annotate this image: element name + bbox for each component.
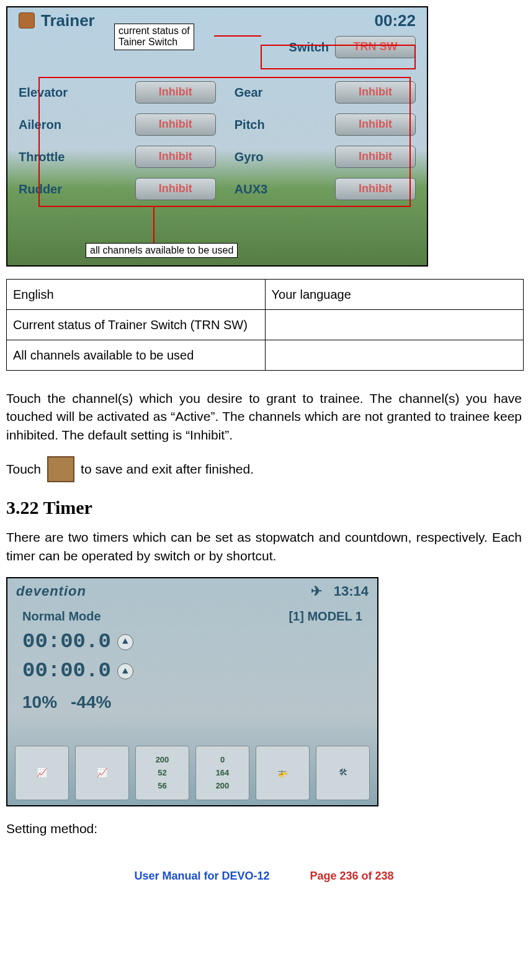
percent-2: -44%: [71, 690, 111, 714]
footer-manual-title: User Manual for DEVO-12: [134, 870, 269, 882]
table-cell: [265, 310, 524, 340]
table-head-english: English: [7, 280, 266, 310]
table-head-yourlang: Your language: [265, 280, 524, 310]
trim-val: 200: [156, 754, 169, 766]
setting-method-label: Setting method:: [6, 819, 522, 837]
table-row: Current status of Trainer Switch (TRN SW…: [7, 310, 524, 340]
paragraph-timer-desc: There are two timers which can be set as…: [6, 528, 522, 565]
mode-label: Normal Mode: [22, 607, 101, 625]
back-icon: [19, 12, 35, 29]
footer-page-number: Page 236 of 238: [310, 870, 393, 882]
table-cell: Current status of Trainer Switch (TRN SW…: [7, 310, 266, 340]
callout-switch-status: current status of Tainer Switch: [114, 24, 194, 50]
timer-value-2: 00:00.0 ▲: [7, 656, 377, 686]
quick-icon-row: 📈 📈 200 52 56 0 164 200 🚁 🛠: [15, 746, 370, 800]
trim-values-a: 200 52 56: [135, 746, 189, 800]
exit-icon: [47, 456, 74, 482]
trim-val: 0: [220, 754, 225, 766]
graph-icon: 📈: [75, 746, 129, 800]
timer-clock: 13:14: [334, 583, 369, 599]
percent-row: 10% -44%: [7, 686, 377, 718]
trim-val: 164: [216, 767, 230, 779]
translation-table: English Your language Current status of …: [6, 279, 524, 371]
annotation-box-channels: [38, 77, 411, 207]
annotation-box-switch: [261, 45, 416, 69]
brand-logo: devention: [16, 582, 86, 601]
timer-screenshot: devention ✈ 13:14 Normal Mode [1] MODEL …: [6, 577, 378, 806]
trainer-clock: 00:22: [375, 9, 416, 32]
timer-readout: 00:00.0: [22, 656, 111, 686]
table-row: All channels available to be used: [7, 340, 524, 371]
paragraph-trainer-desc: Touch the channel(s) which you desire to…: [6, 389, 522, 444]
timer-button-icon: ▲: [117, 634, 133, 650]
trainer-title: Trainer: [41, 9, 95, 32]
touch-prefix: Touch: [6, 460, 41, 478]
trim-val: 200: [216, 780, 230, 792]
callout-channels: all channels available to be used: [86, 243, 238, 258]
touch-suffix: to save and exit after finished.: [81, 460, 254, 478]
annotation-arrow-line: [214, 35, 261, 37]
timer-button-icon: ▲: [117, 663, 133, 679]
trim-val: 56: [158, 780, 166, 792]
heli-icon: 🚁: [256, 746, 310, 800]
table-cell: All channels available to be used: [7, 340, 266, 371]
table-cell: [265, 340, 524, 371]
timer-mode-row: Normal Mode [1] MODEL 1: [7, 605, 377, 627]
graph-icon: 📈: [15, 746, 69, 800]
tools-icon: 🛠: [316, 746, 370, 800]
page-footer: User Manual for DEVO-12 Page 236 of 238: [6, 868, 522, 884]
percent-1: 10%: [22, 690, 57, 714]
trim-values-b: 0 164 200: [195, 746, 249, 800]
timer-readout: 00:00.0: [22, 627, 111, 657]
model-label: [1] MODEL 1: [289, 607, 362, 625]
timer-value-1: 00:00.0 ▲: [7, 627, 377, 657]
trainer-header: Trainer 00:22: [7, 7, 427, 33]
section-heading-timer: 3.22 Timer: [6, 495, 522, 521]
annotation-arrow-line: [153, 207, 154, 244]
trim-val: 52: [158, 767, 166, 779]
timer-header: devention ✈ 13:14: [7, 578, 377, 605]
trainer-screenshot: Trainer 00:22 Switch TRN SW Elevator Inh…: [6, 6, 428, 267]
table-row: English Your language: [7, 280, 524, 310]
touch-save-line: Touch to save and exit after finished.: [6, 456, 522, 482]
